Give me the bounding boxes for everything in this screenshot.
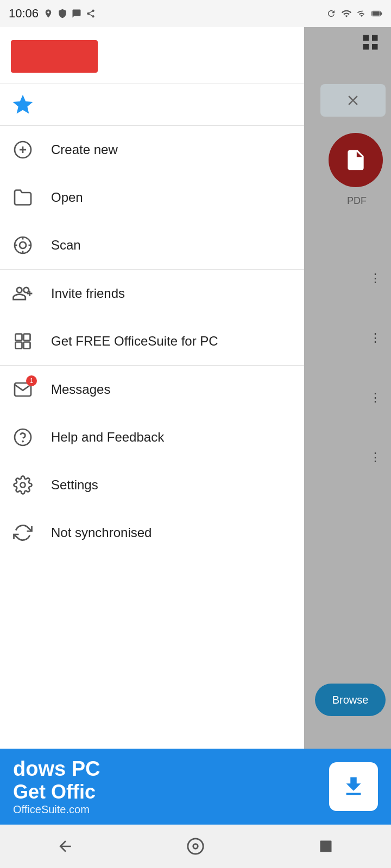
close-button[interactable] (320, 84, 386, 117)
bottom-banner[interactable]: dows PC Get Offic OfficeSuite.com (0, 749, 391, 825)
signal-icon (356, 8, 367, 19)
help-icon (11, 425, 35, 449)
pdf-icon (329, 133, 383, 187)
scan-item[interactable]: Scan (0, 221, 304, 269)
svg-point-9 (20, 242, 26, 248)
rotate-icon (326, 8, 337, 19)
settings-label: Settings (51, 477, 98, 493)
premium-row[interactable] (0, 84, 304, 126)
svg-point-23 (188, 839, 203, 854)
drawer: Create new Open Scan (0, 27, 304, 830)
back-button[interactable] (49, 830, 81, 863)
help-feedback-label: Help and Feedback (51, 430, 164, 445)
get-officesuite-label: Get FREE OfficeSuite for PC (51, 334, 218, 349)
svg-rect-17 (24, 334, 30, 341)
svg-rect-4 (350, 164, 354, 166)
svg-rect-1 (381, 12, 382, 15)
svg-rect-16 (16, 334, 22, 341)
banner-sub-text: OfficeSuite.com (13, 803, 318, 816)
banner-get-text: Get Offic (13, 781, 318, 803)
settings-item[interactable]: Settings (0, 461, 304, 509)
status-bar-right (326, 8, 382, 19)
create-new-item[interactable]: Create new (0, 126, 304, 174)
banner-text-block: dows PC Get Offic OfficeSuite.com (13, 757, 318, 816)
svg-rect-2 (373, 11, 380, 15)
get-officesuite-item[interactable]: Get FREE OfficeSuite for PC (0, 317, 304, 365)
invite-friends-label: Invite friends (51, 286, 125, 301)
messages-icon: 1 (11, 378, 35, 401)
share-icon (85, 8, 96, 19)
home-button[interactable] (179, 830, 212, 863)
open-label: Open (51, 190, 83, 205)
pdf-label: PDF (347, 195, 367, 207)
app-logo (11, 40, 98, 73)
battery-icon (371, 8, 382, 19)
svg-point-24 (193, 844, 198, 849)
svg-point-20 (15, 429, 31, 445)
banner-main-text: dows PC (13, 757, 318, 781)
wifi-icon (341, 8, 352, 19)
sync-icon (11, 521, 35, 545)
more-options-1[interactable]: ⋮ (369, 271, 381, 285)
get-officesuite-icon (11, 329, 35, 353)
menu-section-1: Create new Open Scan (0, 126, 304, 270)
chat-icon (71, 8, 82, 19)
scan-icon (11, 233, 35, 257)
more-options-2[interactable]: ⋮ (369, 331, 381, 345)
svg-rect-3 (350, 161, 356, 163)
drawer-header (0, 27, 304, 84)
more-options-3[interactable]: ⋮ (369, 391, 381, 405)
svg-rect-19 (24, 342, 30, 349)
menu-section-3: 1 Messages Help and Feedback Setting (0, 366, 304, 557)
shield-icon (57, 8, 68, 19)
sync-item[interactable]: Not synchronised (0, 509, 304, 557)
browse-button[interactable]: Browse (315, 684, 386, 716)
status-time: 10:06 (9, 7, 39, 21)
nav-bar (0, 825, 391, 868)
open-item[interactable]: Open (0, 174, 304, 221)
open-icon (11, 186, 35, 209)
messages-label: Messages (51, 382, 110, 397)
help-feedback-item[interactable]: Help and Feedback (0, 413, 304, 461)
status-bar: 10:06 (0, 0, 391, 27)
sync-label: Not synchronised (51, 525, 152, 540)
recent-button[interactable] (310, 830, 342, 863)
create-new-icon (11, 138, 35, 162)
bg-panel: PDF ⋮ ⋮ ⋮ ⋮ Browse (293, 0, 391, 868)
settings-icon (11, 473, 35, 497)
messages-badge: 1 (26, 375, 37, 386)
more-options-4[interactable]: ⋮ (369, 450, 381, 464)
invite-friends-item[interactable]: Invite friends (0, 270, 304, 317)
svg-rect-18 (16, 342, 22, 349)
scan-label: Scan (51, 238, 81, 253)
grid-icon[interactable] (361, 33, 380, 52)
menu-section-2: Invite friends Get FREE OfficeSuite for … (0, 270, 304, 366)
create-new-label: Create new (51, 142, 118, 157)
messages-item[interactable]: 1 Messages (0, 366, 304, 413)
invite-friends-icon (11, 282, 35, 305)
svg-rect-25 (320, 841, 332, 852)
svg-point-22 (21, 483, 26, 488)
premium-star-icon (11, 93, 35, 117)
banner-download-button[interactable] (329, 762, 378, 811)
location-icon (43, 8, 54, 19)
